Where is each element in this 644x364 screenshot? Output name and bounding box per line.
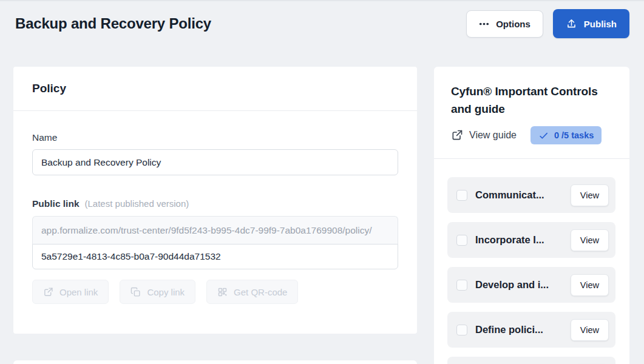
ellipsis-icon (479, 19, 489, 29)
top-header: Backup and Recovery Policy Options Publi… (15, 1, 629, 46)
task-view-button[interactable]: View (571, 319, 609, 341)
task-label: Develop and i... (475, 279, 571, 291)
public-link-hint: (Latest published version) (85, 198, 189, 209)
options-button[interactable]: Options (466, 10, 543, 38)
task-row (447, 357, 615, 364)
copy-icon (130, 287, 141, 297)
task-checkbox[interactable] (456, 235, 467, 246)
get-qr-code-label: Get QR-code (234, 287, 287, 297)
task-label: Communicat... (475, 189, 571, 201)
external-link-icon (451, 129, 463, 141)
task-view-button[interactable]: View (571, 184, 609, 206)
guide-card-title: Cyfun® Important Controls and guide (451, 83, 612, 118)
view-guide-label: View guide (469, 130, 517, 141)
open-link-label: Open link (59, 287, 98, 297)
task-list: Communicat... View Incorporate I... View… (434, 159, 629, 364)
view-guide-link[interactable]: View guide (451, 129, 517, 141)
name-field-group: Name (32, 132, 398, 175)
public-link-label: Public link (32, 198, 80, 209)
options-label: Options (496, 19, 530, 29)
public-link-group: Public link(Latest published version) ap… (32, 198, 398, 304)
copy-link-label: Copy link (147, 287, 185, 297)
open-link-button[interactable]: Open link (32, 280, 109, 304)
copy-link-button[interactable]: Copy link (120, 280, 195, 304)
task-checkbox[interactable] (456, 325, 467, 335)
task-row: Incorporate I... View (447, 222, 615, 258)
public-link-slug-input[interactable] (32, 244, 398, 269)
task-label: Define polici... (475, 324, 571, 335)
task-label: Incorporate I... (475, 234, 571, 246)
header-actions: Options Publish (466, 9, 629, 38)
tasks-progress-badge[interactable]: 0 /5 tasks (530, 126, 602, 144)
checkmark-icon (538, 130, 549, 141)
next-section-card-partial (13, 360, 417, 364)
task-row: Develop and i... View (447, 267, 615, 303)
policy-card-header: Policy (13, 67, 417, 111)
public-link-base-field: app.formalize.com/trust-center/9fd5f243-… (32, 216, 398, 244)
guide-meta-row: View guide 0 /5 tasks (451, 126, 612, 144)
guide-card: Cyfun® Important Controls and guide View… (434, 67, 629, 364)
task-row: Communicat... View (447, 177, 615, 213)
page-title: Backup and Recovery Policy (15, 15, 211, 32)
policy-card-body: Name Public link(Latest published versio… (13, 111, 417, 304)
task-row: Define polici... View (447, 312, 615, 348)
external-link-icon (43, 287, 53, 297)
policy-card-title: Policy (32, 82, 66, 95)
upload-icon (566, 18, 577, 30)
tasks-badge-label: 0 /5 tasks (554, 130, 594, 140)
qr-code-icon (217, 287, 228, 297)
policy-name-input[interactable] (32, 149, 398, 175)
task-checkbox[interactable] (456, 190, 467, 201)
task-view-button[interactable]: View (571, 274, 609, 296)
link-actions: Open link Copy link (32, 280, 398, 304)
publish-button[interactable]: Publish (553, 9, 629, 38)
task-checkbox[interactable] (456, 280, 467, 291)
policy-card: Policy Name Public link(Latest published… (13, 67, 417, 334)
task-view-button[interactable]: View (571, 229, 609, 251)
name-label: Name (32, 132, 57, 143)
publish-label: Publish (584, 19, 617, 29)
get-qr-code-button[interactable]: Get QR-code (206, 280, 298, 304)
guide-card-header: Cyfun® Important Controls and guide View… (434, 67, 629, 159)
